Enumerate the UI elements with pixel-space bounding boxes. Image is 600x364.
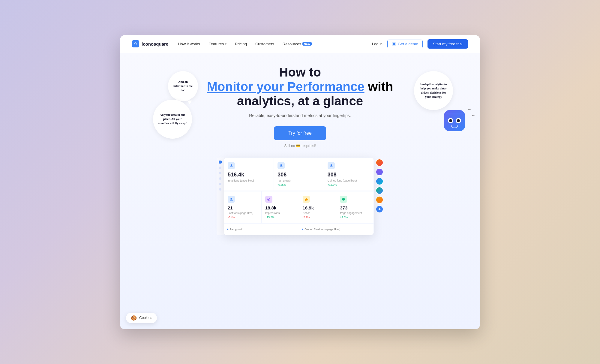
metric-change-engagement: +4.6% [340,216,370,219]
metrics-bottom-row: 21 Lost fans (page likes) -0.4% 18.8k Im… [224,191,374,223]
metric-value-2: 306 [278,172,320,178]
metric-value-1: 516.4k [228,172,270,178]
monster-left-pupil [449,119,452,122]
nav-link-pricing[interactable]: Pricing [235,42,247,46]
metric-card-total-fans: 516.4k Total fans (page likes) [224,158,274,191]
nav-link-features[interactable]: Features ▾ [208,42,226,46]
metric-icon-reach [303,196,310,203]
metric-value-reach: 16.9k [303,205,333,210]
avatar-plus-icon: + [378,207,381,212]
sidebar-dot-4 [219,183,221,185]
monster-eyes [448,118,461,123]
bubble-tail-1 [187,101,192,104]
heading-line3: analytics, at a glance [207,94,393,108]
login-button[interactable]: Log in [372,42,382,46]
nav-actions: Log in Get a demo Start my free trial [372,39,468,49]
metric-change-2: +135% [278,183,320,186]
metric-icon-lost [228,196,235,203]
speech-bubble-1: And an interface to die for! [168,71,198,101]
fans-icon [230,164,233,167]
logo-text: iconosquare [142,41,168,47]
sidebar-dot-2 [219,172,221,174]
logo-icon [132,40,139,47]
heading-line1: How to [207,65,393,80]
heading-line2: Monitor your Performance with [207,80,393,94]
monster-left-eye [448,118,453,123]
chart-row: ■ Fan growth ■ Gained / lost fans (page … [224,223,374,235]
cookie-icon: 🍪 [131,315,137,321]
metric-label-engagement: Page engagement [340,212,370,215]
metric-card-gained-fans: 308 Gained fans (page likes) +13.5% [324,158,374,191]
logo[interactable]: iconosquare [132,40,168,47]
svg-point-4 [231,164,232,166]
metric-icon-2 [278,162,285,169]
metric-card-reach: 16.9k Reach -2.2% [299,191,336,223]
chevron-down-icon: ▾ [225,42,226,46]
engagement-icon [342,197,345,201]
gained-icon [329,164,333,167]
metric-card-lost-fans: 21 Lost fans (page likes) -0.4% [224,191,261,223]
svg-point-5 [280,164,282,166]
avatar-5 [376,196,383,204]
metric-card-fan-growth: 306 Fan growth +135% [274,158,323,191]
metric-label-impressions: Impressions [265,212,295,215]
start-trial-button[interactable]: Start my free trial [428,39,468,49]
sidebar-dot-5 [219,188,221,191]
monster-character: ~ ~ [444,110,471,137]
growth-icon [279,164,283,167]
sidebar-dot-3 [219,177,221,180]
chart-gained-lost: ■ Gained / lost fans (page likes) [299,224,374,235]
speech-bubble-3: In-depth analytics to help you make data… [414,71,453,110]
metric-change-3: +13.5% [328,183,370,186]
get-demo-button[interactable]: Get a demo [387,40,423,48]
svg-point-6 [330,164,332,166]
hero-section: And an interface to die for! All your da… [120,53,480,329]
metric-icon-1 [228,162,235,169]
try-for-free-button[interactable]: Try for free [274,126,326,140]
reach-icon [304,197,308,201]
metric-label-reach: Reach [303,212,333,215]
svg-rect-3 [393,43,395,45]
monster-right-eye [456,118,461,123]
cookie-label: Cookies [139,316,152,320]
nav-link-resources[interactable]: Resources NEW [283,42,312,46]
cookie-banner[interactable]: 🍪 Cookies [126,313,157,323]
nav-link-how-it-works[interactable]: How it works [178,42,200,46]
metric-icon-impressions [265,196,272,203]
metric-value-3: 308 [328,172,370,178]
hero-subtitle: Reliable, easy-to-understand metrics at … [249,113,351,118]
nav-link-customers[interactable]: Customers [255,42,274,46]
impressions-icon [267,197,271,201]
metric-change-lost: -0.4% [228,216,258,219]
metric-icon-engagement [340,196,347,203]
monster-body [444,110,465,131]
metric-label-1: Total fans (page likes) [228,179,270,182]
speech-bubble-2: All your data in one place. All your tro… [153,100,192,139]
avatar-2 [376,168,383,176]
avatar-4 [376,187,383,194]
metric-label-lost: Lost fans (page likes) [228,212,258,215]
svg-point-1 [135,43,136,45]
heading-highlight: Monitor your Performance [207,80,364,94]
dashboard-preview-wrapper: 516.4k Total fans (page likes) 306 Fan g… [217,158,383,235]
metric-change-reach: -2.2% [303,216,333,219]
resources-badge: NEW [302,42,312,46]
lost-icon [230,197,233,201]
avatar-plus: + [376,205,383,213]
metric-card-engagement: 373 Page engagement +4.6% [336,191,374,223]
sidebar-dot-1 [219,167,221,169]
svg-point-7 [231,198,232,199]
svg-point-11 [342,198,345,200]
avatar-1 [376,159,383,167]
metric-label-2: Fan growth [278,179,320,182]
metrics-top-row: 516.4k Total fans (page likes) 306 Fan g… [224,158,374,191]
monster-right-pupil [457,119,460,122]
navbar: iconosquare How it works Features ▾ Pric… [120,35,480,53]
sidebar-panel [217,158,224,235]
metric-card-impressions: 18.8k Impressions +15.2% [262,191,299,223]
hero-note: Still no 💳 required! [284,144,316,148]
nav-links: How it works Features ▾ Pricing Customer… [178,42,362,46]
hero-heading: How to Monitor your Performance with ana… [207,65,393,108]
metric-value-lost: 21 [228,205,258,210]
demo-icon [392,42,396,46]
